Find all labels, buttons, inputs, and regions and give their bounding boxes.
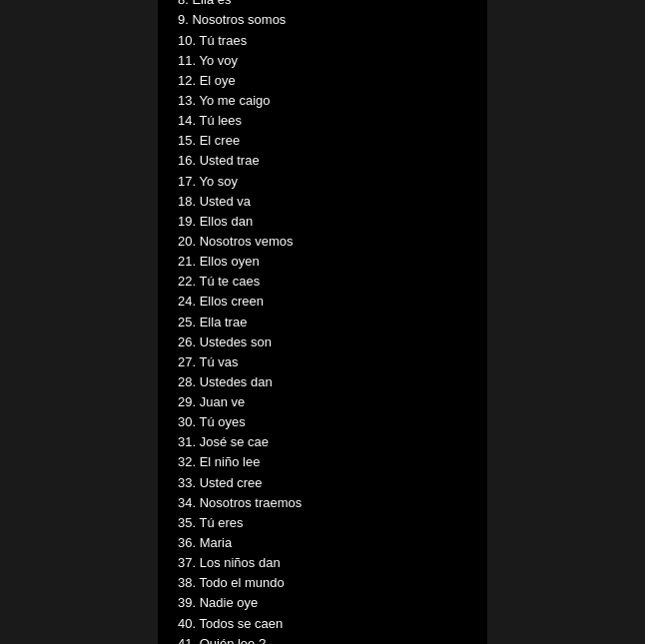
list-item: 25. Ella trae xyxy=(178,313,467,332)
list-item: 18. Usted va xyxy=(178,192,467,212)
list-item: 21. Ellos oyen xyxy=(178,252,467,272)
list-item: 11. Yo voy xyxy=(178,51,467,71)
list-item: 17. Yo soy xyxy=(178,172,467,192)
list-item: 31. José se cae xyxy=(178,432,467,452)
list-item: 29. Juan ve xyxy=(178,392,467,412)
list-item: 22. Tú te caes xyxy=(178,272,467,292)
list-item: 32. El niño lee xyxy=(178,452,467,472)
list-item: 38. Todo el mundo xyxy=(178,573,467,593)
list-item: 30. Tú oyes xyxy=(178,412,467,432)
list-item: 33. Usted cree xyxy=(178,473,467,493)
list-item: 28. Ustedes dan xyxy=(178,372,467,392)
list-item: 24. Ellos creen xyxy=(178,292,467,312)
list-item: 26. Ustedes son xyxy=(178,332,467,352)
list-item: 19. Ellos dan xyxy=(178,212,467,232)
list-item: 15. El cree xyxy=(178,131,467,151)
list-item: 20. Nosotros vemos xyxy=(178,232,467,252)
list-item: 39. Nadie oye xyxy=(178,593,467,613)
page-container: 4. Yo creo5. Ellos traen6. El da7. Ellas… xyxy=(0,0,645,644)
list-item: 10. Tú traes xyxy=(178,31,467,51)
list-item: 36. Maria xyxy=(178,533,467,553)
list-item: 13. Yo me caigo xyxy=(178,91,467,111)
list-item: 14. Tú lees xyxy=(178,111,467,131)
list-item: 37. Los niños dan xyxy=(178,553,467,573)
content-box: 4. Yo creo5. Ellos traen6. El da7. Ellas… xyxy=(158,0,487,644)
list-item: 27. Tú vas xyxy=(178,352,467,372)
list-item: 40. Todos se caen xyxy=(178,614,467,634)
list-item: 34. Nosotros traemos xyxy=(178,493,467,513)
list-item: 35. Tú eres xyxy=(178,513,467,533)
list-item: 41. Quién lee ? xyxy=(178,634,467,644)
list-item: 8. Ella es xyxy=(178,0,467,10)
list-item: 16. Usted trae xyxy=(178,151,467,171)
list-item: 12. El oye xyxy=(178,71,467,91)
item-list: 4. Yo creo5. Ellos traen6. El da7. Ellas… xyxy=(178,0,467,644)
list-item: 9. Nosotros somos xyxy=(178,10,467,30)
